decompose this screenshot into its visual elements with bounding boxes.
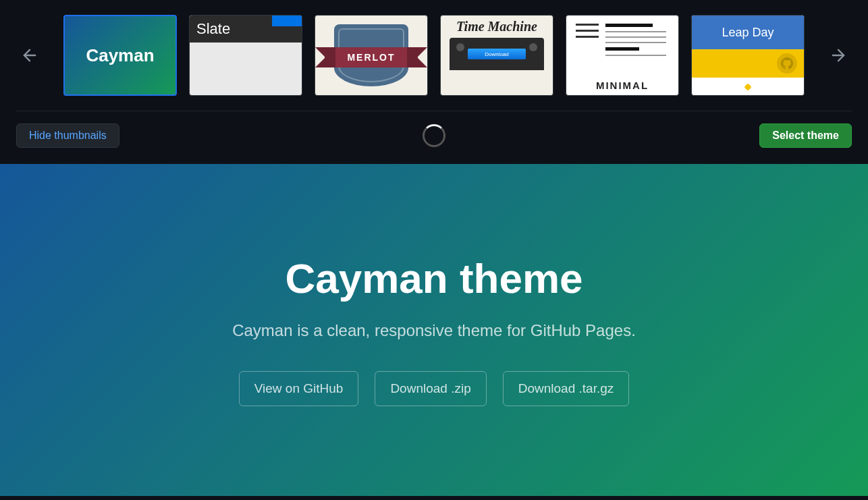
next-theme-button[interactable]: [825, 42, 852, 69]
leapday-foot: [692, 78, 804, 95]
minimal-lines-icon: [576, 24, 599, 87]
leapday-band: [692, 49, 804, 78]
slate-accent: [272, 16, 302, 26]
merlot-shield-icon: MERLOT: [334, 24, 408, 86]
prev-theme-button[interactable]: [16, 42, 43, 69]
hide-thumbnails-button[interactable]: Hide thumbnails: [16, 123, 119, 148]
timemachine-download-label: Download: [468, 49, 526, 59]
select-theme-button[interactable]: Select theme: [759, 123, 852, 148]
thumbnails: Cayman Slate MERLOT Time Machine Down: [55, 15, 813, 96]
theme-thumb-merlot[interactable]: MERLOT: [315, 15, 428, 96]
theme-thumb-minimal[interactable]: MINIMAL: [566, 15, 679, 96]
diamond-icon: [744, 83, 751, 90]
theme-thumb-cayman[interactable]: Cayman: [63, 15, 177, 96]
timemachine-deck-icon: Download: [450, 38, 544, 70]
theme-thumb-label: Time Machine: [456, 20, 537, 34]
thumbnail-row: Cayman Slate MERLOT Time Machine Down: [16, 0, 852, 111]
theme-thumb-label: MINIMAL: [566, 80, 678, 91]
slate-header: Slate: [190, 16, 302, 43]
theme-thumb-label: Slate: [196, 20, 230, 38]
preview-buttons: View on GitHub Download .zip Download .t…: [239, 371, 630, 406]
view-on-github-button[interactable]: View on GitHub: [239, 371, 359, 406]
preview-title: Cayman theme: [285, 254, 582, 302]
minimal-lines-icon: [605, 24, 669, 87]
arrow-right-icon: [829, 46, 848, 65]
theme-thumb-timemachine[interactable]: Time Machine Download: [440, 15, 553, 96]
download-targz-button[interactable]: Download .tar.gz: [503, 371, 630, 406]
theme-preview: Cayman theme Cayman is a clean, responsi…: [0, 164, 868, 496]
theme-thumb-slate[interactable]: Slate: [189, 15, 302, 96]
theme-thumb-label: Leap Day: [692, 16, 804, 49]
merlot-ribbon: MERLOT: [325, 47, 418, 67]
theme-thumb-label: Cayman: [86, 45, 154, 66]
arrow-left-icon: [20, 46, 39, 65]
download-zip-button[interactable]: Download .zip: [375, 371, 486, 406]
theme-thumb-label: MERLOT: [347, 52, 395, 63]
toolbar: Hide thumbnails Select theme: [16, 111, 852, 164]
preview-subtitle: Cayman is a clean, responsive theme for …: [232, 321, 636, 340]
theme-thumb-leapday[interactable]: Leap Day: [691, 15, 805, 96]
loading-spinner-icon: [423, 124, 445, 147]
theme-chooser: Cayman Slate MERLOT Time Machine Down: [0, 0, 868, 164]
github-mark-icon: [777, 53, 797, 74]
